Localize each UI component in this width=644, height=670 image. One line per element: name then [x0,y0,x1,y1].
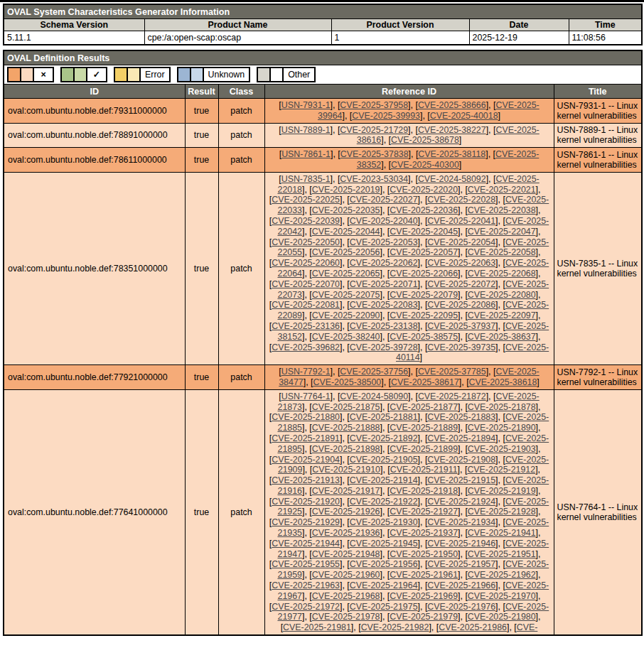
reference-link[interactable]: CVE-2025-22036 [390,205,458,215]
reference-link[interactable]: CVE-2025-38500 [313,377,381,387]
reference-link[interactable]: CVE-2025-21975 [350,602,418,612]
reference-link[interactable]: CVE-2025-22072 [427,279,495,289]
reference-link[interactable]: CVE-2025-22021 [468,185,536,195]
reference-link[interactable]: CVE-2025-21934 [427,517,495,527]
reference-link[interactable]: CVE-2025-39993 [352,111,420,121]
reference-link[interactable]: CVE-2025-21980 [468,612,536,622]
reference-link[interactable]: CVE-2025-21961 [390,570,458,580]
reference-link[interactable]: CVE-2025-37838 [340,149,409,159]
reference-link[interactable]: CVE-2025-21930 [350,517,418,527]
reference-link[interactable]: CVE-2025-38666 [418,100,486,110]
reference-link[interactable]: CVE-2025-21899 [390,444,458,454]
reference-link[interactable]: CVE-2025-21982 [361,622,429,632]
reference-link[interactable]: CVE-2025-21944 [272,539,340,549]
reference-link[interactable]: CVE-2025-21945 [350,539,418,549]
reference-link[interactable]: CVE-2025-22062 [350,258,418,268]
reference-link[interactable]: CVE-2025-22063 [427,258,495,268]
reference-link[interactable]: CVE-2025-21936 [312,528,380,538]
reference-link[interactable]: CVE-2025-21877 [390,402,458,412]
reference-link[interactable]: CVE-2025-22058 [468,247,536,257]
reference-link[interactable]: CVE- [517,622,538,632]
reference-link[interactable]: CVE-2025-39682 [272,342,340,352]
reference-link[interactable]: CVE-2024-58090 [340,391,408,401]
reference-link[interactable]: CVE-2025-21924 [427,497,495,507]
reference-link[interactable]: CVE-2025-22079 [390,290,458,300]
reference-link[interactable]: CVE-2025-21950 [390,549,458,559]
reference-link[interactable]: CVE-2025-22065 [312,269,380,279]
reference-link[interactable]: CVE-2025-21898 [312,444,380,454]
reference-link[interactable]: CVE-2025-21946 [427,539,495,549]
reference-link[interactable]: CVE-2025-21972 [272,602,340,612]
reference-link[interactable]: CVE-2025-22083 [350,300,418,310]
reference-link[interactable]: CVE-2025-21948 [312,549,380,559]
reference-link[interactable]: CVE-2023-53034 [340,174,408,184]
reference-link[interactable]: CVE-2025-21913 [272,475,340,485]
reference-link[interactable]: CVE-2025-21979 [390,612,458,622]
reference-link[interactable]: CVE-2025-22028 [427,195,495,205]
reference-link[interactable]: CVE-2025-22060 [272,258,340,268]
reference-link[interactable]: CVE-2025-21968 [312,591,380,601]
reference-link[interactable]: CVE-2025-21878 [468,402,536,412]
reference-link[interactable]: CVE-2025-37937 [427,321,495,331]
reference-link[interactable]: CVE-2025-22066 [390,269,458,279]
reference-link[interactable]: CVE-2025-22025 [272,195,340,205]
reference-link[interactable]: CVE-2025-21917 [312,486,380,496]
reference-link[interactable]: CVE-2025-38637 [468,332,536,342]
reference-link[interactable]: CVE-2025-21957 [427,559,495,569]
reference-link[interactable]: CVE-2025-38678 [391,135,459,145]
reference-link[interactable]: CVE-2025-21875 [312,402,380,412]
reference-link[interactable]: CVE-2025-21966 [427,580,495,590]
reference-link[interactable]: CVE-2025-21903 [468,444,536,454]
reference-link[interactable]: CVE-2025-38240 [312,332,380,342]
reference-link[interactable]: CVE-2025-22027 [350,195,418,205]
reference-link[interactable]: CVE-2025-22068 [468,269,536,279]
reference-link[interactable]: CVE-2025-22041 [427,216,495,226]
reference-link[interactable]: CVE-2025-21888 [312,423,380,433]
reference-link[interactable]: CVE-2025-21872 [418,391,486,401]
reference-link[interactable]: USN-7764-1 [281,391,331,401]
reference-link[interactable]: USN-7792-1 [281,367,331,377]
reference-link[interactable]: CVE-2025-21881 [350,412,418,422]
reference-link[interactable]: CVE-2025-21912 [467,465,535,475]
reference-link[interactable]: CVE-2025-21891 [272,433,340,443]
reference-link[interactable]: CVE-2025-22038 [468,205,536,215]
reference-link[interactable]: CVE-2025-40300 [391,160,459,170]
reference-link[interactable]: CVE-2025-23138 [350,321,418,331]
reference-link[interactable]: CVE-2025-21889 [390,423,458,433]
reference-link[interactable]: CVE-2025-21978 [312,612,380,622]
reference-link[interactable]: CVE-2025-21970 [468,591,536,601]
reference-link[interactable]: CVE-2025-22086 [427,300,495,310]
reference-link[interactable]: CVE-2025-22050 [272,237,340,247]
reference-link[interactable]: CVE-2025-22070 [272,279,340,289]
reference-link[interactable]: CVE-2025-21911 [390,465,458,475]
reference-link[interactable]: USN-7861-1 [281,149,331,159]
reference-link[interactable]: CVE-2025-22056 [312,247,380,257]
reference-link[interactable]: CVE-2025-38575 [390,332,458,342]
reference-link[interactable]: CVE-2025-21927 [390,507,458,517]
reference-link[interactable]: CVE-2025-21919 [468,486,536,496]
reference-link[interactable]: CVE-2025-22044 [312,227,380,237]
reference-link[interactable]: CVE-2025-21951 [468,549,536,559]
reference-link[interactable]: CVE-2025-21929 [272,517,340,527]
reference-link[interactable]: CVE-2025-40018 [430,111,498,121]
reference-link[interactable]: CVE-2025-38118 [418,149,485,159]
reference-link[interactable]: CVE-2025-21937 [390,528,458,538]
reference-link[interactable]: CVE-2025-38227 [418,125,486,135]
reference-link[interactable]: CVE-2025-21880 [272,412,340,422]
reference-link[interactable]: CVE-2025-22053 [350,237,418,247]
reference-link[interactable]: CVE-2025-22047 [468,227,536,237]
reference-link[interactable]: CVE-2025-21928 [468,507,536,517]
reference-link[interactable]: CVE-2025-21969 [390,591,458,601]
reference-link[interactable]: CVE-2025-21729 [340,125,408,135]
reference-link[interactable]: CVE-2025-22054 [427,237,495,247]
reference-link[interactable]: CVE-2025-22080 [468,290,536,300]
reference-link[interactable]: USN-7835-1 [281,174,331,184]
reference-link[interactable]: CVE-2025-21956 [350,559,418,569]
reference-link[interactable]: CVE-2025-22090 [312,310,380,320]
reference-link[interactable]: CVE-2025-22020 [390,185,458,195]
reference-link[interactable]: CVE-2025-21918 [390,486,458,496]
reference-link[interactable]: CVE-2025-38617 [391,377,459,387]
reference-link[interactable]: CVE-2025-22019 [312,185,380,195]
reference-link[interactable]: CVE-2024-58092 [418,174,486,184]
reference-link[interactable]: CVE-2025-21926 [312,507,380,517]
